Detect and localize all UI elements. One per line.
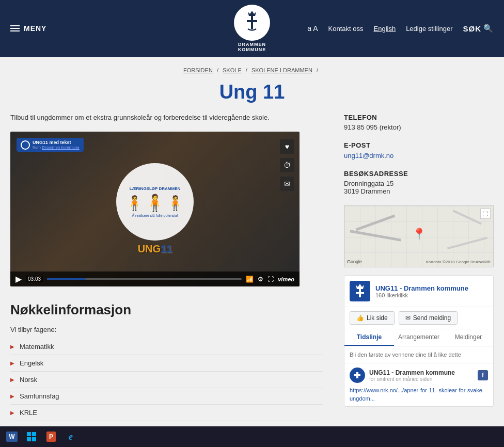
sidebar: TELEFON 913 85 095 (rektor) E-POST ung11… [344,114,494,407]
phone-section: TELEFON 913 85 095 (rektor) [344,114,494,131]
email-link[interactable]: ung11@drmk.no [344,152,393,159]
badge-logo [21,140,30,150]
jobs-link[interactable]: Ledige stillinger [406,25,452,33]
email-label: E-POST [344,141,494,149]
address-label: BESØKSADRESSE [344,170,494,178]
page-title: Ung 11 [0,81,504,103]
fb-post-avatar [350,368,365,383]
intro-text: Tilbud til ungdommer om et ekstra grunns… [10,114,323,121]
breadcrumb-skolene[interactable]: SKOLENE I DRAMMEN [251,67,312,73]
taskbar-windows[interactable] [22,428,41,445]
fb-post-meta: UNG11 - Drammen kommune for omtrent en m… [369,369,455,382]
breadcrumb-home[interactable]: FORSIDEN [183,67,213,73]
fb-post-time: for omtrent en måned siden [369,376,455,382]
fullscreen-icon[interactable]: ⛶ [267,276,274,283]
fb-post-link[interactable]: https://www.nrk.no/.../apner-for-11.-sko… [350,387,484,402]
fb-like-button[interactable]: 👍 Lik side [350,311,395,325]
fb-likes: 160 likerklikk [375,292,468,298]
facebook-widget: UNG11 - Drammen kommune 160 likerklikk 👍… [344,275,494,407]
taskbar: W P e [0,426,504,447]
video-clock-btn[interactable]: ⏱ [280,158,294,172]
breadcrumb-sep1: / [217,67,220,73]
contact-link[interactable]: Kontakt oss [328,25,364,33]
content-left: Tilbud til ungdommer om et ekstra grunns… [10,114,323,421]
map[interactable]: 📍 ⛶ Google Kartdata ©2018 Google Bruksvi… [344,205,494,267]
arrow-icon: ▶ [10,377,14,382]
text-size-control[interactable]: a A [307,24,318,33]
search-button[interactable]: SØK 🔍 [463,24,494,33]
powerpoint-icon: P [46,432,56,442]
subject-name: Norsk [20,376,37,384]
svg-rect-0 [251,16,253,29]
list-item: ▶ Matematikk [10,339,323,355]
tab-tidslinje[interactable]: Tidslinje [344,329,394,346]
search-icon: 🔍 [483,24,494,33]
tab-meldinger[interactable]: Meldinger [444,329,493,346]
settings-icon[interactable]: ⚙ [258,276,263,283]
subject-name: KRLE [20,409,37,417]
list-item: ▶ KRLE [10,405,323,421]
map-expand-button[interactable]: ⛶ [480,209,491,219]
fb-post: UNG11 - Drammen kommune for omtrent en m… [344,363,493,406]
subject-name: Matematikk [20,343,54,350]
taskbar-word[interactable]: W [3,428,21,445]
fb-message-icon: ✉ [405,314,411,322]
language-link[interactable]: English [374,25,396,33]
vimeo-logo: vimeo [278,276,294,282]
video-subtext: Å realisere sitt fulle potensial [132,214,178,217]
taskbar-edge[interactable]: e [61,428,80,445]
video-side-buttons: ♥ ⏱ ✉ [280,139,294,191]
video-controls[interactable]: ▶ 03:03 📶 ⚙ ⛶ vimeo [10,272,300,286]
badge-from: from Drammen kommune [33,145,80,150]
windows-icon [26,432,37,442]
svg-rect-4 [356,292,364,294]
fb-header: UNG11 - Drammen kommune 160 likerklikk [344,276,493,307]
ung11-figures: 🧍 🧍 🧍 [125,193,184,213]
address-line1: Dronninggata 15 [344,180,494,187]
svg-rect-7 [354,374,360,376]
site-logo[interactable]: DRAMMEN KOMMUNE [234,5,270,52]
fb-message-button[interactable]: ✉ Send melding [399,311,458,325]
subject-list: ▶ Matematikk ▶ Engelsk ▶ Norsk ▶ Samfunn… [10,339,323,421]
logo-circle [234,5,270,41]
section-title: Nøkkelinformasjon [10,302,323,318]
video-logo: LÆRINGSLØP DRAMMEN 🧍 🧍 🧍 Å realisere sit… [103,163,207,255]
facebook-icon: f [478,370,488,380]
svg-rect-9 [32,432,36,436]
list-item: ▶ Engelsk [10,355,323,372]
fb-post-name[interactable]: UNG11 - Drammen kommune [369,369,455,376]
video-heart-btn[interactable]: ♥ [280,139,294,154]
arrow-icon: ▶ [10,360,14,366]
breadcrumb-skole[interactable]: SKOLE [223,67,242,73]
volume-icon[interactable]: 📶 [246,276,254,283]
svg-rect-8 [27,432,31,436]
word-icon: W [6,432,17,442]
fb-empty-text: Bli den første av vennene dine til å lik… [344,346,493,363]
badge-channel-link[interactable]: Drammen kommune [42,145,79,150]
video-ung11-text: UNG11 [103,243,207,255]
list-item: ▶ Samfunnsfag [10,388,323,405]
fb-page-info: UNG11 - Drammen kommune 160 likerklikk [375,284,468,298]
time-display: 03:03 [26,276,43,282]
arrow-icon: ▶ [10,410,14,416]
edge-icon: e [69,432,73,442]
video-share-btn[interactable]: ✉ [280,177,294,191]
breadcrumb-sep3: / [317,67,318,73]
subject-name: Engelsk [20,359,43,367]
video-circle: LÆRINGSLØP DRAMMEN 🧍 🧍 🧍 Å realisere sit… [116,163,194,241]
fb-page-name[interactable]: UNG11 - Drammen kommune [375,284,468,292]
video-container[interactable]: LÆRINGSLØP DRAMMEN 🧍 🧍 🧍 Å realisere sit… [10,132,300,286]
menu-button[interactable]: MENY [10,24,46,33]
map-pin: 📍 [412,228,426,241]
progress-bar[interactable] [47,278,242,280]
svg-rect-1 [247,20,257,22]
breadcrumb-bar: FORSIDEN / SKOLE / SKOLENE I DRAMMEN / [0,57,504,76]
fb-post-header: UNG11 - Drammen kommune for omtrent en m… [350,368,488,383]
subject-name: Samfunnsfag [20,392,59,400]
fb-like-icon: 👍 [356,314,364,322]
play-button[interactable]: ▶ [15,274,22,284]
taskbar-powerpoint[interactable]: P [42,428,60,445]
badge-title: UNG11 med tekst [33,140,80,145]
tab-arrangementer[interactable]: Arrangementer [394,329,444,346]
address-line2: 3019 Drammen [344,187,494,195]
